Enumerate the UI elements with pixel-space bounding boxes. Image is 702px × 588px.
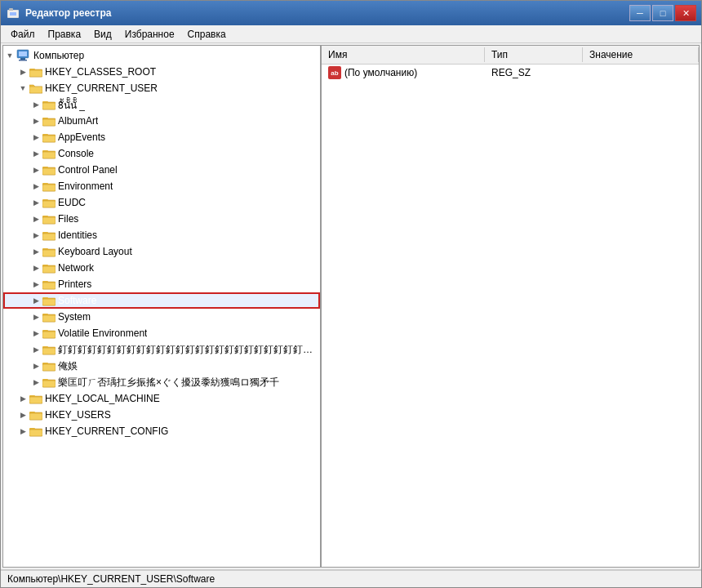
tree-item-chinese1[interactable]: ▶ 釘釘釘釘釘釘釘釘釘釘釘釘釘釘釘釘釘釘釘釘釘釘釘釘釘釘釘釘釘釘釘釘院 — [3, 341, 320, 358]
expand-btn-chinese3[interactable]: ▶ — [29, 376, 42, 389]
tree-item-8umuyu[interactable]: ▶ 8ัันัััันััั _ — [3, 96, 320, 113]
tree-item-software[interactable]: ▶ Software — [3, 292, 320, 309]
svg-rect-33 — [42, 201, 56, 207]
tree-label-identities: Identities — [58, 229, 97, 241]
expand-btn-system[interactable]: ▶ — [29, 310, 42, 323]
tree-label-environment: Environment — [58, 180, 113, 192]
tree-item-appevents[interactable]: ▶ AppEvents — [3, 129, 320, 145]
svg-rect-60 — [42, 348, 56, 354]
expand-btn-identities[interactable]: ▶ — [29, 229, 42, 242]
tree-label-hkcu: HKEY_CURRENT_USER — [45, 82, 158, 94]
tree-label-chinese2: 俺娛 — [58, 359, 78, 373]
menu-edit[interactable]: Правка — [42, 27, 88, 42]
expand-btn-environment[interactable]: ▶ — [29, 180, 42, 193]
tree-label-printers: Printers — [58, 278, 91, 290]
expand-btn-appevents[interactable]: ▶ — [29, 131, 42, 144]
folder-icon-eudc — [42, 197, 56, 208]
expand-btn-computer[interactable]: ▼ — [3, 49, 16, 62]
header-name[interactable]: Имя — [322, 47, 485, 62]
menu-file[interactable]: Файл — [4, 27, 42, 42]
expand-btn-volatile[interactable]: ▶ — [29, 327, 42, 340]
svg-rect-30 — [42, 185, 56, 191]
expand-btn-albumart[interactable]: ▶ — [29, 114, 42, 127]
folder-icon-hklm — [29, 393, 42, 404]
folder-icon-software — [42, 295, 56, 306]
tree-label-console: Console — [58, 148, 94, 159]
tree-item-system[interactable]: ▶ System — [3, 309, 320, 325]
minimize-button[interactable]: ─ — [629, 5, 651, 21]
tree-item-volatile[interactable]: ▶ Volatile Environment — [3, 325, 320, 341]
tree-item-computer[interactable]: ▼ Компьютер — [3, 47, 320, 64]
svg-rect-45 — [42, 266, 56, 273]
tree-item-eudc[interactable]: ▶ EUDC — [3, 194, 320, 211]
tree-item-network[interactable]: ▶ Network — [3, 260, 320, 276]
detail-name-cell: ab(По умолчанию) — [325, 66, 488, 79]
expand-btn-network[interactable]: ▶ — [29, 261, 42, 274]
tree-label-system: System — [58, 311, 91, 323]
expand-btn-printers[interactable]: ▶ — [29, 278, 42, 291]
expand-btn-hkcc[interactable]: ▶ — [16, 425, 29, 438]
tree-item-files[interactable]: ▶ Files — [3, 211, 320, 227]
tree-pane[interactable]: ▼ Компьютер▶ HKEY_CLASSES_ROOT▼ HKEY_CUR… — [3, 46, 322, 567]
tree-item-console[interactable]: ▶ Console — [3, 145, 320, 162]
tree-item-environment[interactable]: ▶ Environment — [3, 178, 320, 194]
header-value[interactable]: Значение — [583, 47, 699, 62]
menu-favorites[interactable]: Избранное — [118, 27, 181, 42]
expand-btn-8umuyu[interactable]: ▶ — [29, 98, 42, 111]
svg-rect-51 — [42, 299, 56, 305]
expand-btn-chinese2[interactable]: ▶ — [29, 359, 42, 372]
expand-btn-software[interactable]: ▶ — [29, 294, 42, 307]
expand-btn-hkcr[interactable]: ▶ — [16, 65, 29, 78]
tree-item-hkcu[interactable]: ▼ HKEY_CURRENT_USER — [3, 80, 320, 96]
tree-item-hklm[interactable]: ▶ HKEY_LOCAL_MACHINE — [3, 390, 320, 407]
tree-item-keyboardlayout[interactable]: ▶ Keyboard Layout — [3, 243, 320, 260]
expand-btn-eudc[interactable]: ▶ — [29, 196, 42, 209]
tree-label-albumart: AlbumArt — [58, 115, 98, 127]
window-controls: ─ □ ✕ — [629, 5, 696, 21]
tree-label-software: Software — [58, 295, 96, 306]
maximize-button[interactable]: □ — [652, 5, 673, 21]
svg-rect-7 — [19, 60, 27, 61]
tree-label-keyboardlayout: Keyboard Layout — [58, 246, 132, 257]
reg-type-icon: ab — [328, 66, 341, 79]
expand-btn-hku[interactable]: ▶ — [16, 408, 29, 421]
expand-btn-chinese1[interactable]: ▶ — [29, 343, 42, 356]
close-button[interactable]: ✕ — [675, 5, 696, 21]
header-type[interactable]: Тип — [485, 47, 583, 62]
expand-btn-console[interactable]: ▶ — [29, 147, 42, 160]
tree-item-albumart[interactable]: ▶ AlbumArt — [3, 113, 320, 129]
tree-item-chinese2[interactable]: ▶ 俺娛 — [3, 358, 320, 374]
svg-rect-69 — [29, 397, 42, 403]
tree-item-identities[interactable]: ▶ Identities — [3, 227, 320, 243]
expand-btn-keyboardlayout[interactable]: ▶ — [29, 245, 42, 258]
svg-rect-21 — [42, 136, 56, 142]
svg-rect-24 — [42, 152, 56, 158]
folder-icon-hku — [29, 409, 42, 421]
svg-rect-36 — [42, 217, 56, 224]
tree-item-hkcc[interactable]: ▶ HKEY_CURRENT_CONFIG — [3, 423, 320, 439]
svg-rect-75 — [29, 430, 42, 436]
svg-rect-12 — [29, 87, 42, 93]
tree-item-hku[interactable]: ▶ HKEY_USERS — [3, 407, 320, 423]
expand-btn-hkcu[interactable]: ▼ — [16, 82, 29, 95]
tree-item-chinese3[interactable]: ▶ 樂匡叮ㄏ否瑀扛乡振搖×ぐく擾汲黍紡獲鳴ロ獨矛千 — [3, 374, 320, 390]
menu-view[interactable]: Вид — [87, 27, 118, 42]
expand-btn-hklm[interactable]: ▶ — [16, 392, 29, 405]
folder-icon-albumart — [42, 115, 56, 127]
tree-label-computer: Компьютер — [33, 50, 84, 61]
folder-icon-keyboardlayout — [42, 246, 56, 257]
tree-item-controlpanel[interactable]: ▶ Control Panel — [3, 162, 320, 178]
tree-item-hkcr[interactable]: ▶ HKEY_CLASSES_ROOT — [3, 64, 320, 80]
tree-item-printers[interactable]: ▶ Printers — [3, 276, 320, 292]
tree-label-chinese3: 樂匡叮ㄏ否瑀扛乡振搖×ぐく擾汲黍紡獲鳴ロ獨矛千 — [58, 376, 279, 390]
expand-btn-controlpanel[interactable]: ▶ — [29, 163, 42, 176]
tree-label-controlpanel: Control Panel — [58, 164, 118, 176]
tree-label-hkcr: HKEY_CLASSES_ROOT — [45, 66, 156, 78]
menu-help[interactable]: Справка — [181, 27, 233, 42]
svg-rect-10 — [29, 70, 42, 77]
folder-icon-environment — [42, 180, 56, 192]
tree-label-network: Network — [58, 262, 94, 274]
expand-btn-files[interactable]: ▶ — [29, 212, 42, 225]
detail-row[interactable]: ab(По умолчанию)REG_SZ — [322, 65, 699, 81]
svg-rect-66 — [42, 381, 56, 387]
